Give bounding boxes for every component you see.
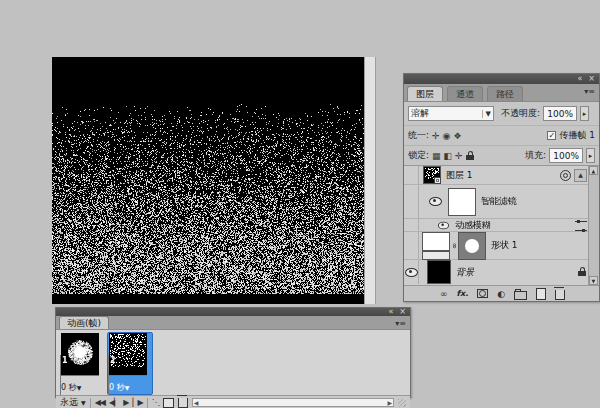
layers-panel-titlebar[interactable]: « × bbox=[404, 74, 599, 84]
frame-2-delay-value: 0 秒 bbox=[109, 383, 125, 392]
unify-label: 统一: bbox=[408, 129, 429, 142]
visibility-cell-shape1[interactable] bbox=[404, 232, 419, 259]
next-frame-button[interactable]: ▏▶ bbox=[132, 398, 142, 408]
link-layers-icon[interactable]: ∞ bbox=[440, 289, 448, 299]
vector-mask-circle bbox=[465, 239, 479, 253]
background-name[interactable]: 背景 bbox=[456, 266, 474, 279]
frame-1[interactable]: 1 0 秒▼ bbox=[59, 332, 105, 395]
tab-channels[interactable]: 通道 bbox=[447, 86, 483, 101]
first-frame-button[interactable]: ◀◀ bbox=[95, 398, 105, 408]
background-lock-icon bbox=[578, 267, 587, 277]
eye-icon-motion-blur[interactable] bbox=[438, 221, 449, 229]
shape1-name[interactable]: 形状 1 bbox=[491, 239, 518, 252]
frames-horizontal-scrollbar[interactable]: ◀ ▶ bbox=[192, 398, 394, 407]
collapse-panel-icon[interactable]: « bbox=[388, 308, 393, 316]
blend-mode-value: 溶解 bbox=[411, 107, 429, 120]
visibility-cell-layer1[interactable] bbox=[404, 166, 419, 184]
previous-frame-button[interactable]: ◀▏ bbox=[109, 398, 119, 408]
frames-strip: 1 0 秒▼ 2 0 秒▼ bbox=[56, 330, 410, 395]
fill-spinner-icon[interactable]: ▸ bbox=[586, 148, 595, 163]
panel-menu-icon[interactable]: ▾≡ bbox=[395, 319, 406, 328]
tab-layers[interactable]: 图层 bbox=[407, 86, 443, 101]
animation-panel-titlebar[interactable]: « × bbox=[56, 308, 410, 316]
new-layer-icon[interactable] bbox=[536, 288, 546, 300]
tab-paths[interactable]: 路径 bbox=[487, 86, 523, 101]
document-window[interactable] bbox=[52, 57, 364, 304]
delete-layer-icon[interactable] bbox=[555, 290, 565, 300]
fill-input[interactable]: 100% bbox=[549, 148, 583, 163]
play-button[interactable]: ▶ bbox=[123, 398, 128, 408]
motion-blur-label[interactable]: 动感模糊 bbox=[455, 219, 491, 232]
filter-blend-options-icon[interactable] bbox=[575, 221, 587, 231]
layer-row-smart-filters[interactable]: 智能滤镜 bbox=[404, 185, 599, 219]
smart-filters-label[interactable]: 智能滤镜 bbox=[481, 195, 517, 208]
duplicate-frame-icon[interactable] bbox=[163, 398, 174, 408]
delete-frame-icon[interactable] bbox=[178, 398, 188, 408]
eye-icon-background[interactable] bbox=[405, 268, 418, 277]
loop-select[interactable]: 永远 ▼ bbox=[60, 396, 86, 408]
frame-2[interactable]: 2 0 秒▼ bbox=[107, 332, 153, 395]
unify-style-icon[interactable]: ❖ bbox=[453, 131, 461, 141]
collapse-panel-icon[interactable]: « bbox=[577, 75, 582, 83]
frame-2-delay[interactable]: 0 秒▼ bbox=[109, 383, 129, 392]
layer1-thumbnail[interactable] bbox=[423, 166, 441, 184]
lock-all-icon[interactable] bbox=[466, 151, 475, 161]
layer-row-background[interactable]: 背景 bbox=[404, 260, 599, 284]
layers-panel-tabbar: 图层 通道 路径 ▾≡ bbox=[404, 84, 599, 102]
smart-filter-toggle-icon[interactable]: ▲ bbox=[574, 169, 587, 182]
opacity-spinner-icon[interactable]: ▸ bbox=[580, 106, 589, 121]
layer-row-shape1[interactable]: ∞ 形状 1 bbox=[404, 232, 599, 260]
animation-controls: 永远 ▼ ◀◀ ◀▏ ▶ ▏▶ ⋱ ◀ ▶ bbox=[56, 395, 410, 408]
add-layer-mask-icon[interactable] bbox=[477, 289, 488, 298]
tab-animation-frames[interactable]: 动画(帧) bbox=[59, 316, 109, 329]
lock-move-icon[interactable]: ✛ bbox=[455, 151, 463, 161]
scroll-left-icon[interactable]: ◀ bbox=[194, 399, 199, 406]
scroll-right-icon[interactable]: ▶ bbox=[387, 399, 392, 406]
animation-panel: « × 动画(帧) ▾≡ 1 0 秒▼ 2 0 秒▼ bbox=[55, 307, 411, 398]
lock-label: 锁定: bbox=[408, 149, 429, 162]
scrollbar-down-icon[interactable]: ▼ bbox=[589, 276, 598, 285]
visibility-cell-spacer bbox=[404, 185, 419, 218]
smart-object-badge-icon bbox=[434, 177, 441, 184]
eye-icon-smart-filters[interactable] bbox=[429, 197, 442, 206]
fill-label: 填充: bbox=[525, 149, 546, 162]
frame-2-thumbnail-canvas bbox=[109, 333, 147, 371]
background-thumbnail[interactable] bbox=[427, 260, 451, 284]
loop-value: 永远 bbox=[60, 396, 78, 408]
delay-dropdown-icon: ▼ bbox=[77, 384, 82, 391]
scrollbar-up-icon[interactable]: ▲ bbox=[589, 166, 598, 175]
layer-list-scrollbar[interactable]: ▲ ▼ bbox=[588, 166, 599, 285]
close-panel-icon[interactable]: × bbox=[399, 308, 406, 316]
divider bbox=[147, 398, 148, 408]
document-canvas[interactable] bbox=[52, 57, 364, 304]
document-vertical-scrollbar[interactable] bbox=[364, 57, 376, 304]
blend-mode-row: 溶解 ▼ 不透明度: 100% ▸ bbox=[404, 102, 599, 125]
lock-transparency-icon[interactable]: ▦ bbox=[432, 151, 441, 161]
close-panel-icon[interactable]: × bbox=[588, 75, 595, 83]
adjustment-layer-icon[interactable]: ◐ bbox=[497, 289, 505, 299]
smart-filter-mask-thumbnail[interactable] bbox=[448, 188, 476, 216]
layer1-name[interactable]: 图层 1 bbox=[446, 169, 473, 182]
unify-visibility-icon[interactable]: ◉ bbox=[443, 131, 451, 141]
new-group-icon[interactable] bbox=[514, 291, 527, 300]
smart-filter-icon bbox=[560, 170, 571, 181]
blend-mode-select[interactable]: 溶解 ▼ bbox=[408, 106, 494, 121]
unify-row: 统一: ✛ ◉ ❖ ✓ 传播帧 1 bbox=[404, 125, 599, 145]
lock-paint-icon[interactable]: ◧ bbox=[444, 151, 453, 161]
panel-menu-icon[interactable]: ▾≡ bbox=[584, 87, 595, 96]
resize-grip[interactable] bbox=[398, 399, 406, 407]
shape1-vector-mask-thumbnail[interactable] bbox=[458, 232, 486, 260]
layer-list: 图层 1 ▲ 智能滤镜 动感模糊 ∞ bbox=[404, 166, 599, 285]
layer-style-icon[interactable]: fx. bbox=[457, 289, 469, 298]
frame-1-delay[interactable]: 0 秒▼ bbox=[61, 383, 81, 392]
tween-button-icon[interactable]: ⋱ bbox=[152, 398, 159, 408]
shape1-thumbnail[interactable] bbox=[422, 232, 450, 260]
opacity-input[interactable]: 100% bbox=[543, 106, 577, 121]
layer-row-motion-blur[interactable]: 动感模糊 bbox=[404, 219, 599, 232]
unify-position-icon[interactable]: ✛ bbox=[432, 131, 440, 141]
layer-row-layer1[interactable]: 图层 1 ▲ bbox=[404, 166, 599, 185]
visibility-cell-background[interactable] bbox=[404, 260, 419, 284]
visibility-cell-spacer2 bbox=[404, 219, 419, 231]
opacity-label: 不透明度: bbox=[501, 107, 540, 120]
propagate-frame-checkbox[interactable]: ✓ bbox=[547, 131, 556, 140]
